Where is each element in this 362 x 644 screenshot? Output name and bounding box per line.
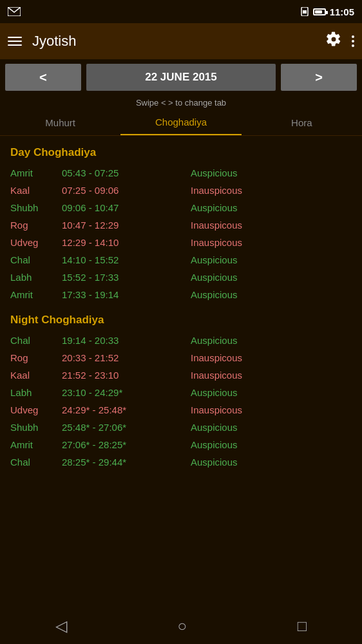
row-time: 10:47 - 12:29 (62, 220, 171, 231)
table-row: Labh 23:10 - 24:29* Auspicious (10, 384, 352, 401)
table-row: Chal 19:14 - 20:33 Auspicious (10, 332, 352, 349)
row-name: Chal (10, 457, 62, 468)
row-status: Auspicious (171, 335, 352, 346)
row-status: Auspicious (171, 439, 352, 450)
row-time: 17:33 - 19:14 (62, 289, 171, 300)
row-time: 25:48* - 27:06* (62, 422, 171, 433)
table-row: Rog 20:33 - 21:52 Inauspicous (10, 349, 352, 366)
row-status: Auspicious (171, 254, 352, 265)
bottom-nav: ◁ ○ □ (0, 608, 362, 644)
table-row: Amrit 27:06* - 28:25* Auspicious (10, 436, 352, 453)
row-status: Inauspicous (171, 237, 352, 248)
row-time: 07:25 - 09:06 (62, 185, 171, 196)
row-status: Auspicious (171, 457, 352, 468)
row-name: Shubh (10, 422, 62, 433)
table-row: Rog 10:47 - 12:29 Inauspicous (10, 216, 352, 234)
row-name: Shubh (10, 202, 62, 213)
row-status: Auspicious (171, 422, 352, 433)
row-status: Auspicious (171, 387, 352, 398)
row-time: 20:33 - 21:52 (62, 352, 171, 363)
row-name: Amrit (10, 439, 62, 450)
row-status: Auspicious (171, 272, 352, 283)
row-name: Amrit (10, 167, 62, 178)
row-name: Chal (10, 254, 62, 265)
night-choghadiya-title: Night Choghadiya (10, 314, 352, 327)
row-status: Inauspicous (171, 370, 352, 381)
table-row: Kaal 07:25 - 09:06 Inauspicous (10, 182, 352, 199)
date-navigation: < 22 JUNE 2015 > (0, 59, 362, 95)
table-row: Udveg 24:29* - 25:48* Inauspicous (10, 401, 352, 419)
row-time: 23:10 - 24:29* (62, 387, 171, 398)
swipe-hint: Swipe < > to change tab (0, 95, 362, 110)
row-name: Udveg (10, 237, 62, 248)
table-row: Amrit 05:43 - 07:25 Auspicious (10, 164, 352, 182)
row-name: Labh (10, 272, 62, 283)
mail-icon (8, 7, 21, 16)
status-right: 11:05 (300, 6, 354, 17)
top-bar: Jyotish (0, 23, 362, 59)
day-choghadiya-title: Day Choghadiya (10, 146, 352, 159)
home-button[interactable]: ○ (177, 617, 187, 635)
tab-choghadiya[interactable]: Choghadiya (120, 110, 241, 135)
row-status: Inauspicous (171, 352, 352, 363)
tab-muhurt[interactable]: Muhurt (0, 110, 120, 135)
top-bar-right (326, 32, 354, 51)
table-row: Labh 15:52 - 17:33 Auspicious (10, 269, 352, 286)
svg-rect-2 (303, 10, 307, 14)
row-name: Amrit (10, 289, 62, 300)
back-button[interactable]: ◁ (55, 617, 67, 635)
row-name: Udveg (10, 404, 62, 415)
next-date-button[interactable]: > (281, 64, 357, 91)
table-row: Chal 28:25* - 29:44* Auspicious (10, 453, 352, 471)
row-time: 19:14 - 20:33 (62, 335, 171, 346)
table-row: Shubh 25:48* - 27:06* Auspicious (10, 419, 352, 436)
more-options-button[interactable] (352, 35, 354, 47)
table-row: Kaal 21:52 - 23:10 Inauspicous (10, 366, 352, 384)
row-status: Inauspicous (171, 404, 352, 415)
row-time: 15:52 - 17:33 (62, 272, 171, 283)
row-status: Auspicious (171, 167, 352, 178)
menu-button[interactable] (8, 37, 22, 46)
row-time: 27:06* - 28:25* (62, 439, 171, 450)
row-time: 12:29 - 14:10 (62, 237, 171, 248)
row-time: 09:06 - 10:47 (62, 202, 171, 213)
row-time: 28:25* - 29:44* (62, 457, 171, 468)
table-row: Shubh 09:06 - 10:47 Auspicious (10, 199, 352, 216)
night-choghadiya-rows: Chal 19:14 - 20:33 Auspicious Rog 20:33 … (10, 332, 352, 471)
table-row: Chal 14:10 - 15:52 Auspicious (10, 251, 352, 269)
tab-bar: Muhurt Choghadiya Hora (0, 110, 362, 136)
row-time: 21:52 - 23:10 (62, 370, 171, 381)
row-status: Auspicious (171, 202, 352, 213)
row-status: Inauspicous (171, 220, 352, 231)
current-date: 22 JUNE 2015 (86, 64, 276, 91)
row-status: Inauspicous (171, 185, 352, 196)
table-row: Udveg 12:29 - 14:10 Inauspicous (10, 234, 352, 251)
row-time: 24:29* - 25:48* (62, 404, 171, 415)
top-bar-left: Jyotish (8, 33, 76, 50)
row-name: Rog (10, 220, 62, 231)
battery-icon (313, 8, 326, 15)
sim-icon (300, 7, 309, 16)
status-bar: 11:05 (0, 0, 362, 23)
row-time: 14:10 - 15:52 (62, 254, 171, 265)
row-name: Labh (10, 387, 62, 398)
row-name: Rog (10, 352, 62, 363)
table-row: Amrit 17:33 - 19:14 Auspicious (10, 286, 352, 303)
content-area: Day Choghadiya Amrit 05:43 - 07:25 Auspi… (0, 136, 362, 606)
app-title: Jyotish (32, 33, 76, 50)
row-name: Kaal (10, 185, 62, 196)
time-display: 11:05 (330, 6, 354, 17)
row-name: Kaal (10, 370, 62, 381)
row-time: 05:43 - 07:25 (62, 167, 171, 178)
row-name: Chal (10, 335, 62, 346)
prev-date-button[interactable]: < (5, 64, 81, 91)
tab-hora[interactable]: Hora (242, 110, 362, 135)
day-choghadiya-rows: Amrit 05:43 - 07:25 Auspicious Kaal 07:2… (10, 164, 352, 303)
recent-button[interactable]: □ (298, 617, 307, 635)
status-left (8, 7, 21, 16)
settings-button[interactable] (326, 32, 341, 51)
row-status: Auspicious (171, 289, 352, 300)
